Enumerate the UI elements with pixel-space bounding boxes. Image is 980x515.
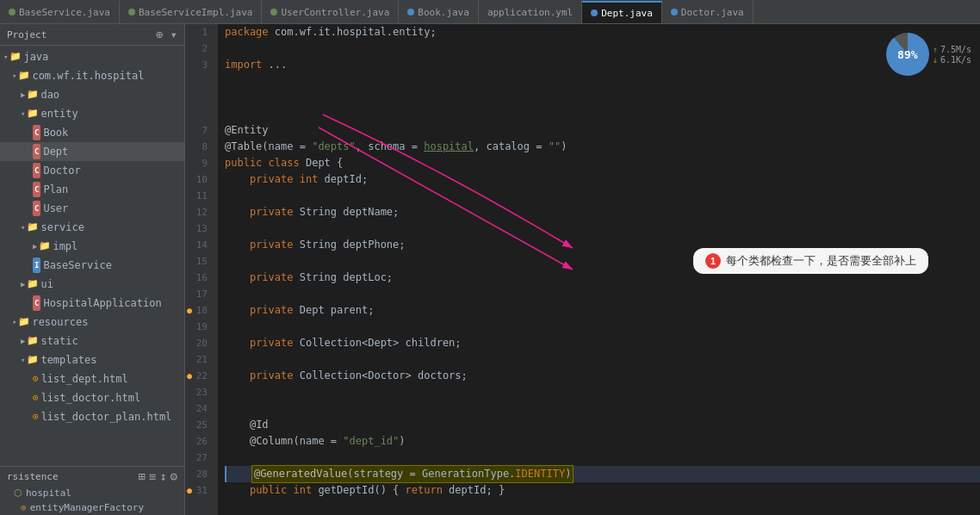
folder-icon: 📁 — [27, 352, 39, 368]
arrow-icon: ▾ — [21, 352, 25, 368]
tree-baseservice[interactable]: I BaseService — [0, 256, 184, 275]
code-line-29: public int getDeptId() { return deptId; … — [225, 482, 980, 499]
tree-plan[interactable]: C Plan — [0, 180, 184, 199]
code-line-19 — [225, 319, 980, 335]
tree-templates[interactable]: ▾ 📁 templates — [0, 351, 184, 369]
code-line-blank2 — [225, 90, 980, 106]
persistence-entitymanager[interactable]: ⊕ entityManagerFactory — [0, 500, 184, 515]
tree-list-doctor[interactable]: ⊙ list_doctor.html — [0, 388, 184, 407]
tree-impl[interactable]: ▶ 📁 impl — [0, 237, 184, 256]
code-line-23 — [225, 384, 980, 400]
performance-widget: 89% ↑ 7.5M/s ↓ 6.1K/s — [886, 33, 971, 76]
code-line-28: @GeneratedValue(strategy = GenerationTyp… — [225, 466, 980, 482]
code-line-8: @Table(name = "depts", schema = hospital… — [225, 139, 980, 155]
code-line-12: private String deptName; — [225, 204, 980, 220]
tab-bar: BaseService.java BaseServiceImpl.java Us… — [0, 0, 980, 24]
sort-icon[interactable]: ↕ — [159, 469, 166, 483]
entity-icon: ⊕ — [21, 502, 27, 513]
code-line-11 — [225, 188, 980, 204]
class-icon: C — [33, 163, 40, 178]
persistence-hospital[interactable]: ⬡ hospital — [0, 486, 184, 500]
tab-doctor[interactable]: Doctor.java — [662, 1, 754, 23]
code-line-30 — [225, 499, 980, 515]
code-line-24 — [225, 400, 980, 417]
persistence-header: rsistence ⊞ ≡ ↕ ⚙ — [0, 467, 184, 486]
code-line-18: private Dept parent; — [225, 302, 980, 319]
folder-icon: 📁 — [18, 314, 30, 330]
code-line-blank3 — [225, 106, 980, 122]
folder-icon: 📁 — [39, 239, 51, 254]
code-line-7: @Entity — [225, 122, 980, 139]
file-tree[interactable]: ▾ 📁 java ▾ 📁 com.wf.it.hospital ▶ 📁 dao … — [0, 46, 184, 466]
interface-icon: I — [33, 258, 40, 273]
tree-entity[interactable]: ▾ 📁 entity — [0, 104, 184, 123]
class-icon: C — [33, 144, 40, 159]
arrow-icon: ▶ — [33, 239, 37, 254]
main-area: Project ⊕ ▾ ▾ 📁 java ▾ 📁 com.wf.it.hospi… — [0, 24, 980, 515]
list-icon[interactable]: ≡ — [149, 469, 156, 483]
code-line-9: public class Dept { — [225, 155, 980, 171]
tab-application-yml[interactable]: application.yml — [479, 1, 582, 23]
tab-icon — [128, 9, 135, 16]
tree-resources[interactable]: ▾ 📁 resources — [0, 313, 184, 332]
folder-icon: 📁 — [27, 87, 39, 102]
tree-com-wf[interactable]: ▾ 📁 com.wf.it.hospital — [0, 66, 184, 85]
code-line-20: private Collection<Dept> children; — [225, 335, 980, 351]
code-line-25: @Id — [225, 417, 980, 433]
tab-dept[interactable]: Dept.java — [582, 1, 662, 23]
tree-dept[interactable]: C Dept — [0, 142, 184, 161]
folder-icon: 📁 — [9, 49, 22, 65]
tree-static[interactable]: ▶ 📁 static — [0, 332, 184, 351]
tab-baseservice[interactable]: BaseService.java — [0, 1, 120, 23]
tree-doctor[interactable]: C Doctor — [0, 161, 184, 180]
arrow-icon: ▶ — [21, 87, 25, 102]
perf-upload: ↑ 7.5M/s — [933, 45, 971, 54]
left-panel: Project ⊕ ▾ ▾ 📁 java ▾ 📁 com.wf.it.hospi… — [0, 24, 185, 515]
code-line-17 — [225, 286, 980, 302]
class-icon: C — [33, 125, 40, 140]
arrow-icon: ▶ — [21, 276, 25, 292]
arrow-icon: ▾ — [3, 49, 8, 65]
folder-icon: 📁 — [27, 276, 39, 292]
tab-icon — [9, 9, 16, 16]
class-icon: C — [33, 295, 40, 311]
arrow-icon: ▶ — [21, 333, 25, 349]
settings-icon[interactable]: ⚙ — [171, 469, 177, 483]
code-line-27 — [225, 450, 980, 466]
tree-list-doctor-plan[interactable]: ⊙ list_doctor_plan.html — [0, 407, 184, 426]
html-icon: ⊙ — [33, 409, 39, 425]
arrow-icon: ▾ — [21, 106, 25, 121]
tree-user[interactable]: C User — [0, 199, 184, 218]
tree-list-dept[interactable]: ⊙ list_dept.html — [0, 369, 184, 388]
folder-icon: 📁 — [27, 106, 39, 121]
code-line-26: @Column(name = "dept_id") — [225, 433, 980, 450]
code-line-21 — [225, 351, 980, 368]
perf-download: ↓ 6.1K/s — [933, 55, 971, 65]
folder-icon: 📁 — [27, 220, 39, 235]
class-icon: C — [33, 201, 40, 216]
editor-area: 89% ↑ 7.5M/s ↓ 6.1K/s 1 2 3 7 8 — [185, 24, 980, 515]
code-line-3: import ... — [225, 57, 980, 73]
tab-usercontroller[interactable]: UserController.java — [262, 1, 399, 23]
tab-icon — [270, 9, 277, 16]
class-icon: C — [33, 182, 40, 197]
tree-dao[interactable]: ▶ 📁 dao — [0, 85, 184, 104]
line-numbers: 1 2 3 7 8 9 10 11 12 13 14 15 16 17 18 1… — [185, 24, 218, 515]
annotation-tooltip: 1 每个类都检查一下，是否需要全部补上 — [693, 248, 928, 274]
tree-java[interactable]: ▾ 📁 java — [0, 47, 184, 66]
db-icon: ⬡ — [14, 487, 22, 499]
folder-icon: 📁 — [18, 68, 30, 84]
tree-service[interactable]: ▾ 📁 service — [0, 218, 184, 237]
tab-icon — [671, 9, 678, 16]
code-line-13 — [225, 220, 980, 237]
tree-book[interactable]: C Book — [0, 123, 184, 142]
arrow-icon: ▾ — [21, 220, 25, 235]
tree-hospitalapp[interactable]: C HospitalApplication — [0, 294, 184, 313]
code-line-10: private int deptId; — [225, 171, 980, 188]
grid-icon[interactable]: ⊞ — [138, 469, 145, 483]
tab-book[interactable]: Book.java — [399, 1, 479, 23]
html-icon: ⊙ — [33, 390, 39, 406]
perf-circle[interactable]: 89% — [886, 33, 929, 76]
tab-baseserviceimpl[interactable]: BaseServiceImpl.java — [120, 1, 262, 23]
tree-ui[interactable]: ▶ 📁 ui — [0, 275, 184, 294]
